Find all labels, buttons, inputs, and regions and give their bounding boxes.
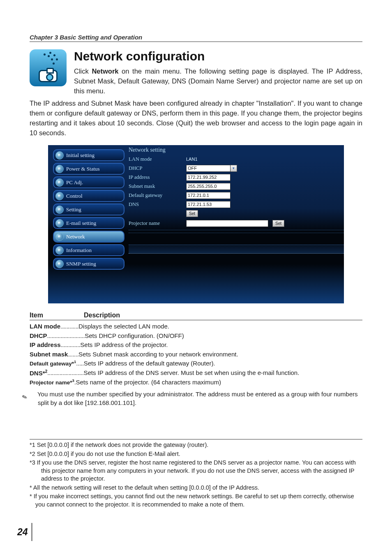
ip-address-input[interactable]: 172.21.99.252 — [186, 174, 231, 181]
description-header: Item Description — [30, 312, 362, 320]
menu-icon — [55, 192, 64, 200]
menu-icon — [55, 219, 64, 227]
ip-address-label: IP address — [129, 174, 186, 180]
footnote: * If you make incorrect settings, you ca… — [30, 493, 362, 509]
menu-icon — [55, 260, 64, 268]
sidebar-item-network[interactable]: Network — [53, 231, 125, 243]
menu-icon — [55, 233, 64, 241]
sidebar-item-label: Initial setting — [66, 152, 95, 159]
default-gateway-input[interactable]: 172.21.0.1 — [186, 192, 231, 199]
divider — [129, 245, 344, 254]
projector-name-input[interactable] — [186, 220, 268, 227]
note-text: ✎ You must use the number specified by y… — [30, 390, 362, 407]
menu-icon — [55, 206, 64, 214]
sidebar-item-setting[interactable]: Setting — [53, 204, 125, 215]
projector-name-label: Projector name — [129, 220, 186, 227]
footnotes: *1 Set [0.0.0.0] if the network does not… — [30, 441, 362, 509]
sidebar-item-label: E-mail setting — [66, 220, 96, 227]
chevron-down-icon[interactable]: ▾ — [231, 165, 237, 172]
page-number: 24 — [17, 523, 32, 541]
footnote: *3 If you use the DNS server, register t… — [30, 459, 362, 483]
footnote: *2 Set [0.0.0.0] if you do not use the f… — [30, 450, 362, 458]
page-title: Network configuration — [74, 49, 362, 63]
sidebar-item-label: Control — [66, 193, 83, 199]
menu-icon — [55, 151, 64, 160]
subnet-mask-input[interactable]: 255.255.255.0 — [186, 183, 231, 190]
dhcp-select[interactable]: OFF — [186, 165, 231, 172]
footnote-divider — [30, 439, 362, 439]
panel-heading: Network setting — [129, 147, 344, 153]
lan-mode-value: LAN1 — [186, 157, 198, 162]
sidebar-item-control[interactable]: Control — [53, 190, 125, 202]
menu-icon — [55, 178, 64, 187]
footnote: * All the network setting will reset to … — [30, 484, 362, 492]
lan-mode-label: LAN mode — [129, 156, 186, 162]
network-hero-icon — [30, 49, 67, 86]
dns-label: DNS — [129, 201, 186, 208]
pencil-icon: ✎ — [28, 389, 37, 399]
sidebar-item-pc-adj-[interactable]: PC Adj. — [53, 176, 125, 188]
sidebar-item-label: Information — [66, 247, 92, 254]
description-row: LAN mode............Displays the selecte… — [30, 322, 362, 331]
sidebar-item-label: Power & Status — [66, 166, 100, 172]
sidebar-item-power-status[interactable]: Power & Status — [53, 163, 125, 175]
sidebar-item-label: Network — [66, 234, 85, 240]
sidebar-item-initial-setting[interactable]: Initial setting — [53, 149, 125, 161]
chapter-heading: Chapter 3 Basic Setting and Operation — [30, 34, 362, 42]
description-row: Projector name*3.Sets name of the projec… — [30, 378, 362, 387]
subnet-mask-label: Subnet mask — [129, 183, 186, 190]
sidebar-item-label: SNMP setting — [66, 261, 96, 267]
footnote: *1 Set [0.0.0.0] if the network does not… — [30, 441, 362, 449]
network-setting-screenshot: Initial settingPower & StatusPC Adj.Cont… — [48, 145, 344, 303]
dns-input[interactable]: 172.21.1.53 — [186, 201, 231, 208]
intro-text: Click Network on the main menu. The foll… — [74, 67, 362, 96]
description-row: DNS*2........................Sets IP add… — [30, 368, 362, 378]
description-row: Subnet mask.......Sets Subnet mask accor… — [30, 350, 362, 359]
divider — [129, 230, 344, 233]
body-paragraph: The IP address and Subnet Mask have been… — [30, 99, 362, 138]
description-row: IP address.............Sets IP address o… — [30, 340, 362, 350]
sidebar-item-snmp-setting[interactable]: SNMP setting — [53, 258, 125, 270]
sidebar-item-information[interactable]: Information — [53, 244, 125, 256]
menu-icon — [55, 165, 64, 173]
description-row: Default gateway*1.....Sets IP address of… — [30, 359, 362, 368]
sidebar-item-label: PC Adj. — [66, 179, 83, 186]
set-button-2[interactable]: Set — [272, 220, 284, 227]
default-gateway-label: Default gateway — [129, 192, 186, 199]
sidebar-item-label: Setting — [66, 206, 81, 213]
dhcp-label: DHCP — [129, 165, 186, 171]
description-row: DHCP.........................Sets DHCP c… — [30, 331, 362, 341]
set-button[interactable]: Set — [186, 210, 198, 217]
menu-icon — [55, 246, 64, 254]
sidebar-item-e-mail-setting[interactable]: E-mail setting — [53, 217, 125, 229]
